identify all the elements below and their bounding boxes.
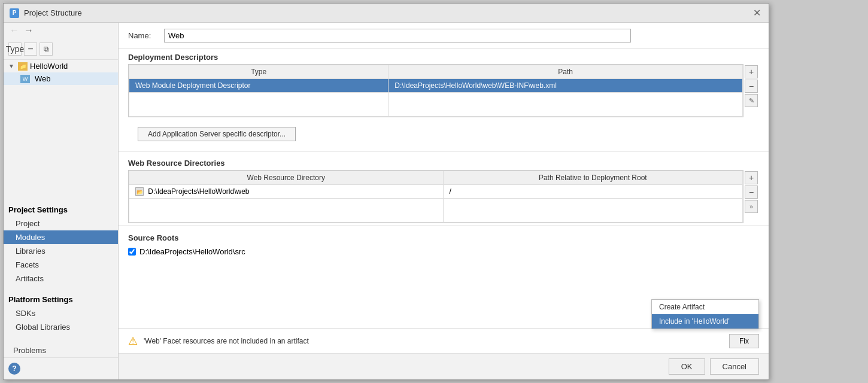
nav-item-facets[interactable]: Facets	[4, 258, 118, 272]
ok-button[interactable]: OK	[669, 358, 705, 375]
name-row: Name:	[119, 23, 769, 49]
main-content: Name: Deployment Descriptors Type Path	[119, 23, 769, 379]
web-resource-table: Web Resource Directory Path Relative to …	[129, 171, 743, 223]
add-server-area: Add Application Server specific descript…	[119, 117, 769, 151]
fix-container: Fix Create Artifact Include in 'HelloWor…	[729, 334, 759, 348]
table-row-empty	[129, 93, 743, 117]
tree-toolbar: Type − ⧉	[4, 38, 118, 60]
deployment-table: Type Path Web Module Deployment Descript…	[129, 65, 743, 117]
add-descriptor-button[interactable]: +	[745, 65, 758, 78]
name-label: Name:	[128, 31, 158, 40]
folder-icon: 📁	[18, 62, 28, 71]
nav-arrows: ← →	[4, 23, 118, 38]
nav-item-modules[interactable]: Modules	[4, 230, 118, 244]
source-root-row: D:\IdeaProjects\HelloWorld\src	[119, 245, 769, 259]
sidebar: ← → Type − ⧉ ▼ 📁 HelloWorld W Web	[4, 23, 119, 379]
table-side-buttons: + − ✎	[743, 64, 759, 117]
close-button[interactable]: ✕	[751, 7, 763, 19]
fix-button[interactable]: Fix	[729, 334, 759, 348]
web-resource-table-wrapper: Web Resource Directory Path Relative to …	[128, 170, 743, 223]
title-bar: P Project Structure ✕	[4, 4, 769, 23]
col-type: Type	[129, 65, 389, 79]
cell-path: D:\IdeaProjects\HelloWorld\web\WEB-INF\w…	[389, 79, 743, 93]
window-title: Project Structure	[24, 8, 82, 17]
project-settings-header: Project Settings	[4, 200, 118, 217]
name-input[interactable]	[164, 29, 631, 42]
col-path: Path	[389, 65, 743, 79]
bottom-buttons: OK Cancel	[119, 353, 769, 379]
web-resource-table-container: Web Resource Directory Path Relative to …	[119, 170, 769, 223]
cell-type: Web Module Deployment Descriptor	[129, 79, 389, 93]
tree-arrow: ▼	[8, 63, 16, 69]
web-resource-section: Web Resource Directories Web Resource Di…	[119, 151, 769, 223]
source-root-path: D:\IdeaProjects\HelloWorld\src	[139, 247, 245, 256]
platform-settings-header: Platform Settings	[4, 290, 118, 306]
module-tree: ▼ 📁 HelloWorld W Web	[4, 60, 118, 200]
table-row[interactable]: Web Module Deployment Descriptor D:\Idea…	[129, 79, 743, 93]
copy-module-button[interactable]: ⧉	[40, 42, 53, 56]
module-icon: W	[20, 75, 30, 83]
remove-web-resource-button[interactable]: −	[745, 186, 758, 199]
source-roots-section: Source Roots D:\IdeaProjects\HelloWorld\…	[119, 226, 769, 259]
sidebar-bottom: ?	[4, 357, 118, 379]
warning-icon: ⚠	[128, 335, 138, 348]
project-structure-window: P Project Structure ✕ ← → Type − ⧉ ▼ 📁	[3, 3, 769, 380]
remove-descriptor-button[interactable]: −	[745, 80, 758, 93]
web-resource-title: Web Resource Directories	[119, 155, 769, 170]
nav-item-global-libraries[interactable]: Global Libraries	[4, 320, 118, 334]
table-row[interactable]: 📂 D:\IdeaProjects\HelloWorld\web /	[129, 185, 743, 199]
tree-item-helloworld-label: HelloWorld	[30, 62, 68, 71]
fix-dropdown-create-artifact[interactable]: Create Artifact	[652, 300, 758, 314]
forward-button[interactable]: →	[23, 25, 35, 36]
help-button[interactable]: ?	[8, 363, 20, 375]
col-web-dir: Web Resource Directory	[129, 171, 444, 185]
nav-item-sdks[interactable]: SDKs	[4, 306, 118, 320]
nav-item-problems[interactable]: Problems	[8, 344, 113, 357]
project-settings-section: Project Settings Project Modules Librari…	[4, 200, 118, 285]
back-button[interactable]: ←	[8, 25, 20, 36]
fix-dropdown: Create Artifact Include in 'HelloWorld'	[651, 299, 759, 329]
nav-item-libraries[interactable]: Libraries	[4, 244, 118, 258]
deployment-table-container: Type Path Web Module Deployment Descript…	[119, 64, 769, 117]
tree-item-helloworld[interactable]: ▼ 📁 HelloWorld	[4, 60, 118, 72]
deployment-table-wrapper: Type Path Web Module Deployment Descript…	[128, 64, 743, 117]
add-module-button[interactable]: Type	[8, 42, 22, 56]
add-server-button[interactable]: Add Application Server specific descript…	[138, 127, 296, 141]
fix-dropdown-include-helloworld[interactable]: Include in 'HelloWorld'	[652, 314, 758, 329]
source-roots-title: Source Roots	[119, 230, 769, 245]
deployment-descriptors-title: Deployment Descriptors	[119, 49, 769, 64]
platform-settings-section: Platform Settings SDKs Global Libraries	[4, 290, 118, 334]
window-icon: P	[10, 8, 19, 18]
add-web-resource-button[interactable]: +	[745, 171, 758, 184]
col-rel-path: Path Relative to Deployment Root	[443, 171, 742, 185]
tree-item-web-label: Web	[35, 74, 51, 83]
table-row-empty	[129, 199, 743, 223]
main-scroll-area: Deployment Descriptors Type Path	[119, 49, 769, 353]
dir-icon: 📂	[135, 187, 144, 196]
cell-rel-path: /	[443, 185, 742, 199]
warning-text: 'Web' Facet resources are not included i…	[144, 337, 723, 345]
cell-web-dir: 📂 D:\IdeaProjects\HelloWorld\web	[129, 185, 444, 199]
window-body: ← → Type − ⧉ ▼ 📁 HelloWorld W Web	[4, 23, 769, 379]
nav-item-project[interactable]: Project	[4, 217, 118, 230]
cancel-button[interactable]: Cancel	[710, 358, 759, 375]
web-resource-side-buttons: + − »	[743, 170, 759, 223]
warning-bar: ⚠ 'Web' Facet resources are not included…	[119, 329, 769, 353]
edit-descriptor-button[interactable]: ✎	[745, 94, 758, 107]
source-root-checkbox[interactable]	[128, 248, 136, 256]
title-bar-left: P Project Structure	[10, 8, 82, 18]
remove-module-button[interactable]: −	[24, 42, 37, 56]
nav-item-artifacts[interactable]: Artifacts	[4, 272, 118, 285]
expand-web-resource-button[interactable]: »	[745, 200, 758, 213]
tree-item-web[interactable]: W Web	[4, 72, 118, 85]
